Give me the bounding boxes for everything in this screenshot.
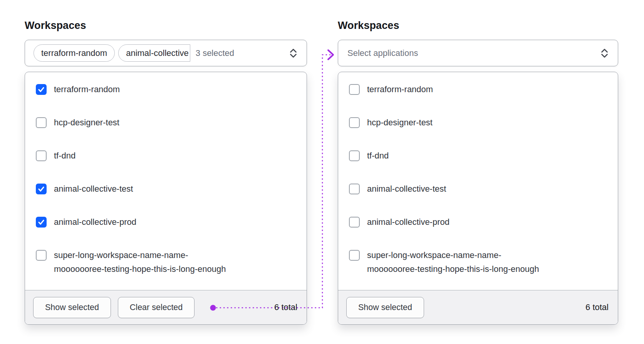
- option-label: tf-dnd: [54, 149, 75, 163]
- option-label: hcp-designer-test: [54, 116, 119, 130]
- option-label: animal-collective-test: [367, 182, 446, 196]
- dropdown-footer: Show selected Clear selected 6 total: [25, 290, 307, 324]
- check-icon: [37, 218, 45, 226]
- checkbox-checked[interactable]: [36, 217, 47, 228]
- option-label: terraform-random: [54, 83, 120, 96]
- option-row[interactable]: animal-collective-test: [36, 182, 296, 196]
- checkbox-unchecked[interactable]: [36, 250, 47, 261]
- option-row[interactable]: hcp-designer-test: [349, 116, 607, 130]
- chevron-up-down-icon: [288, 47, 298, 59]
- option-row[interactable]: tf-dnd: [349, 149, 607, 163]
- option-label: animal-collective-prod: [54, 215, 136, 229]
- checkbox-unchecked[interactable]: [349, 217, 360, 228]
- option-label: hcp-designer-test: [367, 116, 433, 130]
- workspaces-multiselect-right: Workspaces Select applications terraform…: [338, 20, 618, 344]
- checkbox-unchecked[interactable]: [349, 117, 360, 128]
- option-row[interactable]: super-long-workspace-name-name- moooooor…: [349, 248, 607, 276]
- checkbox-checked[interactable]: [36, 184, 47, 194]
- panel-label: Workspaces: [25, 20, 307, 31]
- options-dropdown: terraform-randomhcp-designer-testtf-dnda…: [25, 72, 307, 325]
- option-row[interactable]: animal-collective-test: [349, 182, 607, 196]
- option-label: super-long-workspace-name-name- moooooor…: [54, 248, 226, 276]
- option-label: tf-dnd: [367, 149, 389, 163]
- show-selected-button[interactable]: Show selected: [346, 297, 424, 318]
- option-label: super-long-workspace-name-name- moooooor…: [367, 248, 539, 276]
- multiselect-toggle[interactable]: terraform-random animal-collective 3 sel…: [25, 40, 307, 66]
- check-icon: [37, 185, 45, 193]
- option-label: animal-collective-prod: [367, 215, 449, 229]
- option-row[interactable]: hcp-designer-test: [36, 116, 296, 130]
- options-list: terraform-randomhcp-designer-testtf-dnda…: [25, 72, 307, 290]
- checkbox-unchecked[interactable]: [349, 84, 360, 95]
- check-icon: [37, 86, 45, 93]
- options-list: terraform-randomhcp-designer-testtf-dnda…: [338, 72, 618, 290]
- checkbox-unchecked[interactable]: [349, 250, 360, 261]
- option-row[interactable]: terraform-random: [349, 83, 607, 96]
- page: Workspaces terraform-random animal-colle…: [0, 0, 644, 344]
- show-selected-button[interactable]: Show selected: [33, 297, 111, 318]
- toggle-placeholder-text: Select applications: [347, 48, 418, 58]
- option-label: terraform-random: [367, 83, 433, 96]
- selected-tag-clipped[interactable]: animal-collective: [118, 44, 190, 62]
- selected-tag[interactable]: terraform-random: [34, 44, 115, 62]
- option-row[interactable]: animal-collective-prod: [349, 215, 607, 229]
- checkbox-unchecked[interactable]: [36, 150, 47, 161]
- option-label: animal-collective-test: [54, 182, 133, 196]
- total-count-text: 6 total: [274, 302, 297, 312]
- multiselect-toggle-empty[interactable]: Select applications: [338, 40, 618, 66]
- option-row[interactable]: terraform-random: [36, 83, 296, 96]
- option-row[interactable]: super-long-workspace-name-name- moooooor…: [36, 248, 296, 276]
- workspaces-multiselect-left: Workspaces terraform-random animal-colle…: [25, 20, 307, 344]
- checkbox-checked[interactable]: [36, 84, 47, 95]
- dropdown-footer: Show selected 6 total: [338, 290, 618, 324]
- selected-count-text: 3 selected: [196, 48, 234, 58]
- checkbox-unchecked[interactable]: [349, 184, 360, 194]
- options-dropdown: terraform-randomhcp-designer-testtf-dnda…: [338, 72, 618, 325]
- panel-label: Workspaces: [338, 20, 618, 31]
- option-row[interactable]: animal-collective-prod: [36, 215, 296, 229]
- chevron-up-down-icon: [600, 47, 609, 59]
- checkbox-unchecked[interactable]: [349, 150, 360, 161]
- checkbox-unchecked[interactable]: [36, 117, 47, 128]
- option-row[interactable]: tf-dnd: [36, 149, 296, 163]
- total-count-text: 6 total: [585, 302, 609, 312]
- clear-selected-button[interactable]: Clear selected: [118, 297, 195, 318]
